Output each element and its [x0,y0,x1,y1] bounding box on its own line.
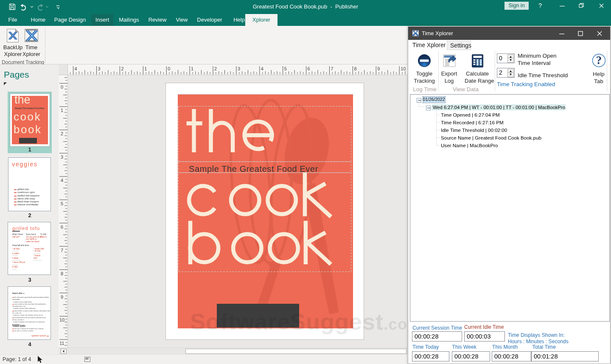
svg-text:6: 6 [308,66,310,71]
svg-text:Sample The Greatest Food Ever: Sample The Greatest Food Ever [189,164,318,174]
svg-text:7: 7 [331,66,334,71]
svg-text:8: 8 [354,66,356,71]
svg-text:4: 4 [261,66,263,71]
svg-text:3: 3 [238,66,240,71]
svg-text:5: 5 [61,201,63,206]
svg-text:8: 8 [61,271,63,276]
svg-text:0: 0 [168,66,170,71]
svg-text:2: 2 [61,131,63,136]
svg-text:3: 3 [98,66,101,71]
svg-text:7: 7 [61,248,63,253]
svg-text:1: 1 [61,108,63,113]
svg-text:5: 5 [284,66,287,71]
svg-text:0: 0 [61,84,63,90]
svg-text:11: 11 [59,341,64,346]
svg-text:9: 9 [377,66,380,71]
svg-text:4: 4 [75,66,77,71]
svg-text:?: ? [596,54,602,67]
svg-text:1: 1 [144,66,147,71]
svg-text:2: 2 [121,66,123,71]
svg-text:6: 6 [61,224,63,230]
svg-text:9: 9 [61,294,63,300]
svg-text:1: 1 [191,66,193,71]
svg-text:4: 4 [61,178,63,183]
svg-text:3: 3 [61,154,63,160]
svg-text:2: 2 [214,66,217,71]
svg-text:10: 10 [59,317,64,322]
svg-text:10: 10 [401,66,406,71]
